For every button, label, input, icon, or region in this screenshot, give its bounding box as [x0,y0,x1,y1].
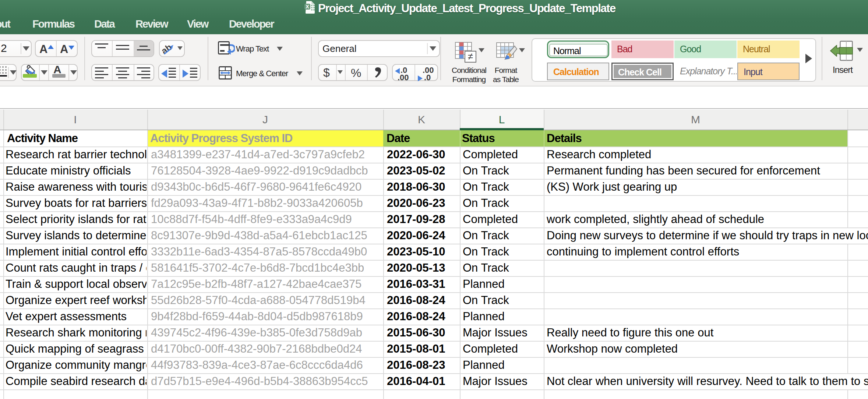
svg-text:X: X [306,4,309,10]
svg-text:≠: ≠ [468,51,473,62]
svg-text:ab: ab [161,42,173,56]
